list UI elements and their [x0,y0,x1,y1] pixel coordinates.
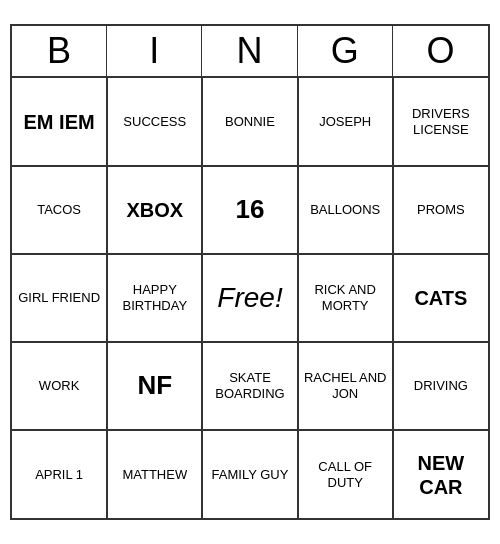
cell-2: BONNIE [202,78,297,166]
bingo-grid: EM IEM SUCCESS BONNIE JOSEPH DRIVERS LIC… [12,78,488,518]
bingo-header: B I N G O [12,26,488,78]
cell-11: HAPPY BIRTHDAY [107,254,202,342]
cell-14: CATS [393,254,488,342]
cell-10: GIRL FRIEND [12,254,107,342]
cell-9: PROMS [393,166,488,254]
header-b: B [12,26,107,76]
header-g: G [298,26,393,76]
bingo-board: B I N G O EM IEM SUCCESS BONNIE JOSEPH D… [10,24,490,520]
cell-7: 16 [202,166,297,254]
cell-0: EM IEM [12,78,107,166]
cell-22: FAMILY GUY [202,430,297,518]
cell-13: RICK AND MORTY [298,254,393,342]
header-i: I [107,26,202,76]
cell-17: SKATE BOARDING [202,342,297,430]
cell-19: DRIVING [393,342,488,430]
cell-8: BALLOONS [298,166,393,254]
cell-6: XBOX [107,166,202,254]
header-o: O [393,26,488,76]
cell-5: TACOS [12,166,107,254]
header-n: N [202,26,297,76]
cell-24: NEW CAR [393,430,488,518]
cell-16: NF [107,342,202,430]
cell-21: MATTHEW [107,430,202,518]
cell-free: Free! [202,254,297,342]
cell-15: WORK [12,342,107,430]
cell-23: CALL OF DUTY [298,430,393,518]
cell-18: RACHEL AND JON [298,342,393,430]
cell-1: SUCCESS [107,78,202,166]
cell-4: DRIVERS LICENSE [393,78,488,166]
cell-20: APRIL 1 [12,430,107,518]
cell-3: JOSEPH [298,78,393,166]
